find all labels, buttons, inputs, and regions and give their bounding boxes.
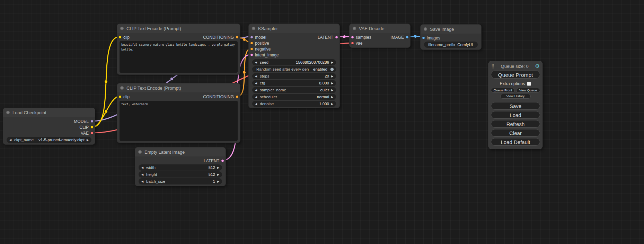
refresh-button[interactable]: Refresh xyxy=(491,120,540,128)
node-title: CLIP Text Encode (Prompt) xyxy=(126,26,181,31)
increment-arrow-icon[interactable]: ▶ xyxy=(330,102,334,106)
output-label-latent: LATENT xyxy=(204,159,219,163)
decrement-arrow-icon[interactable]: ◀ xyxy=(254,89,258,92)
decrement-arrow-icon[interactable]: ◀ xyxy=(141,173,144,176)
decrement-arrow-icon[interactable]: ◀ xyxy=(254,102,258,106)
output-label-conditioning: CONDITIONING xyxy=(203,35,234,40)
node-save-image[interactable]: Save Image images filename_prefix ComfyU… xyxy=(420,24,482,50)
widget-value: 156680208700286 xyxy=(296,60,329,64)
input-slot-images[interactable] xyxy=(422,36,425,39)
node-titlebar[interactable]: Empty Latent Image xyxy=(135,147,226,156)
link-midpoint-dot xyxy=(105,80,108,83)
load-button[interactable]: Load xyxy=(491,111,540,119)
decrement-arrow-icon[interactable]: ◀ xyxy=(254,82,258,85)
decrement-arrow-icon[interactable]: ◀ xyxy=(254,75,258,78)
batch-size-widget[interactable]: ◀ batch_size 1 ▶ xyxy=(139,178,222,184)
input-slot-negative[interactable] xyxy=(250,47,253,51)
node-titlebar[interactable]: KSampler xyxy=(249,24,339,33)
width-widget[interactable]: ◀ width 512 ▶ xyxy=(139,164,222,171)
input-slot-positive[interactable] xyxy=(250,42,253,45)
toggle-knob-icon[interactable] xyxy=(330,67,334,71)
ckpt-name-widget[interactable]: ◀ ckpt_name v1-5-pruned-emaonly.ckpt ▶ xyxy=(7,137,91,143)
queue-menu-panel: ⣿ Queue size: 0 ⚙ Queue Prompt Extra opt… xyxy=(488,61,542,149)
save-button[interactable]: Save xyxy=(491,102,540,110)
input-slot-clip[interactable] xyxy=(118,95,122,98)
increment-arrow-icon[interactable]: ▶ xyxy=(330,96,334,99)
node-clip-text-encode-negative[interactable]: CLIP Text Encode (Prompt) clip CONDITION… xyxy=(117,83,240,143)
node-load-checkpoint[interactable]: Load Checkpoint MODEL CLIP VAE xyxy=(3,108,95,145)
collapse-dot-icon[interactable] xyxy=(252,27,255,30)
output-slot-conditioning[interactable] xyxy=(236,95,239,98)
input-slot-vae[interactable] xyxy=(351,42,354,45)
input-slot-latent-image[interactable] xyxy=(250,53,253,56)
widget-value: 20 xyxy=(325,74,329,78)
height-widget[interactable]: ◀ height 512 ▶ xyxy=(139,171,222,178)
positive-prompt-textarea[interactable]: beautiful scenery nature glass bottle la… xyxy=(120,41,238,73)
sampler-name-widget[interactable]: ◀ sampler_name euler ▶ xyxy=(252,87,336,93)
clear-button[interactable]: Clear xyxy=(491,129,540,137)
collapse-dot-icon[interactable] xyxy=(6,111,10,114)
link-midpoint-dot xyxy=(105,110,108,113)
output-slot-latent[interactable] xyxy=(335,36,338,39)
increment-arrow-icon[interactable]: ▶ xyxy=(330,89,334,92)
output-slot-latent[interactable] xyxy=(221,159,224,162)
node-titlebar[interactable]: Load Checkpoint xyxy=(3,108,95,117)
view-history-button[interactable]: View History xyxy=(500,94,531,99)
steps-widget[interactable]: ◀ steps 20 ▶ xyxy=(252,73,336,79)
collapse-dot-icon[interactable] xyxy=(120,27,124,30)
widget-label: seed xyxy=(259,60,294,64)
increment-arrow-icon[interactable]: ▶ xyxy=(217,173,220,176)
decrement-arrow-icon[interactable]: ◀ xyxy=(254,61,258,64)
negative-prompt-textarea[interactable]: text, watermark xyxy=(120,101,238,141)
view-queue-button[interactable]: View Queue xyxy=(516,88,540,93)
node-clip-text-encode-positive[interactable]: CLIP Text Encode (Prompt) clip CONDITION… xyxy=(117,24,240,75)
increment-arrow-icon[interactable]: ▶ xyxy=(330,61,334,64)
decrement-arrow-icon[interactable]: ◀ xyxy=(141,166,144,169)
increment-arrow-icon[interactable]: ▶ xyxy=(86,138,89,142)
node-title: CLIP Text Encode (Prompt) xyxy=(126,85,181,91)
node-graph-canvas[interactable]: Load Checkpoint MODEL CLIP VAE xyxy=(0,0,644,244)
extra-options-checkbox[interactable] xyxy=(527,82,531,86)
denoise-widget[interactable]: ◀ denoise 1.000 ▶ xyxy=(252,101,336,107)
cfg-widget[interactable]: ◀ cfg 8.000 ▶ xyxy=(252,80,336,86)
collapse-dot-icon[interactable] xyxy=(424,27,427,31)
widget-value: normal xyxy=(317,95,329,99)
output-slot-vae[interactable] xyxy=(90,132,94,135)
widget-label: steps xyxy=(259,74,323,78)
input-slot-model[interactable] xyxy=(250,36,253,39)
increment-arrow-icon[interactable]: ▶ xyxy=(217,166,220,169)
queue-front-button[interactable]: Queue Front xyxy=(491,88,515,93)
increment-arrow-icon[interactable]: ▶ xyxy=(330,82,334,85)
output-slot-image[interactable] xyxy=(406,36,409,39)
node-titlebar[interactable]: VAE Decode xyxy=(350,24,410,33)
collapse-dot-icon[interactable] xyxy=(353,27,356,30)
queue-prompt-button[interactable]: Queue Prompt xyxy=(491,71,540,79)
output-slot-conditioning[interactable] xyxy=(236,36,239,39)
node-titlebar[interactable]: CLIP Text Encode (Prompt) xyxy=(117,24,240,33)
output-slot-clip[interactable] xyxy=(90,126,94,129)
drag-handle-icon[interactable]: ⣿ xyxy=(491,64,494,69)
input-slot-clip[interactable] xyxy=(118,36,122,39)
seed-widget[interactable]: ◀ seed 156680208700286 ▶ xyxy=(252,59,336,65)
output-slot-model[interactable] xyxy=(90,120,94,123)
load-default-button[interactable]: Load Default xyxy=(491,138,540,146)
increment-arrow-icon[interactable]: ▶ xyxy=(330,75,334,78)
scheduler-widget[interactable]: ◀ scheduler normal ▶ xyxy=(252,94,336,100)
decrement-arrow-icon[interactable]: ◀ xyxy=(141,180,144,183)
extra-options-label: Extra options xyxy=(500,81,525,86)
node-vae-decode[interactable]: VAE Decode samples IMAGE vae xyxy=(349,24,411,48)
node-ksampler[interactable]: KSampler model LATENT positive xyxy=(248,24,340,108)
node-titlebar[interactable]: Save Image xyxy=(421,25,481,34)
input-slot-samples[interactable] xyxy=(351,36,354,39)
widget-value: v1-5-pruned-emaonly.ckpt xyxy=(38,138,85,142)
increment-arrow-icon[interactable]: ▶ xyxy=(217,180,220,183)
decrement-arrow-icon[interactable]: ◀ xyxy=(9,138,12,142)
random-seed-toggle[interactable]: Random seed after every gen enabled xyxy=(252,66,336,72)
filename-prefix-widget[interactable]: filename_prefix ComfyUI xyxy=(424,42,478,48)
gear-icon[interactable]: ⚙ xyxy=(535,63,540,69)
collapse-dot-icon[interactable] xyxy=(138,150,142,154)
collapse-dot-icon[interactable] xyxy=(120,86,124,90)
node-empty-latent-image[interactable]: Empty Latent Image LATENT ◀ width 512 ▶ … xyxy=(135,147,226,186)
decrement-arrow-icon[interactable]: ◀ xyxy=(254,96,258,99)
node-titlebar[interactable]: CLIP Text Encode (Prompt) xyxy=(117,83,240,92)
